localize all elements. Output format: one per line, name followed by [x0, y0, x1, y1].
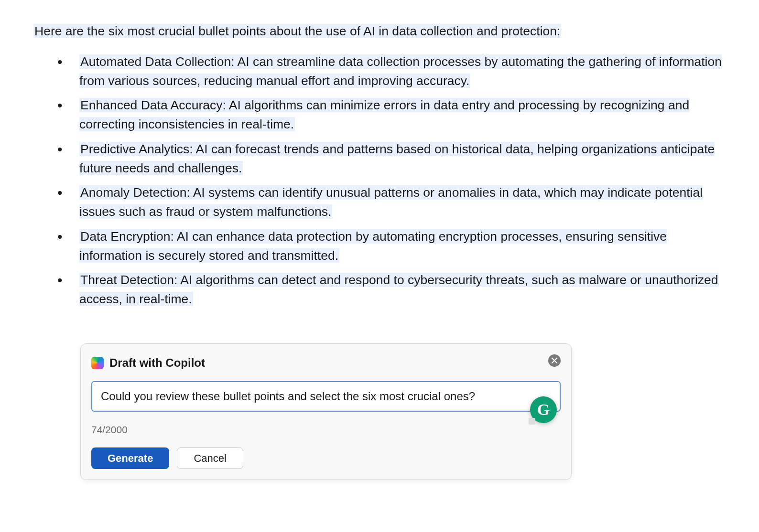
copilot-icon [91, 357, 104, 369]
bullet-text: Data Encryption: AI can enhance data pro… [79, 229, 667, 263]
copilot-header: Draft with Copilot [91, 354, 561, 372]
intro-paragraph[interactable]: Here are the six most crucial bullet poi… [33, 22, 726, 41]
bullet-text: Predictive Analytics: AI can forecast tr… [79, 142, 715, 175]
bullet-text: Enhanced Data Accuracy: AI algorithms ca… [79, 98, 689, 131]
list-item[interactable]: Enhanced Data Accuracy: AI algorithms ca… [57, 96, 726, 134]
close-icon [552, 358, 557, 363]
cancel-button[interactable]: Cancel [177, 447, 243, 469]
grammarly-badge[interactable]: G [530, 396, 557, 423]
list-item[interactable]: Data Encryption: AI can enhance data pro… [57, 227, 726, 266]
list-item[interactable]: Automated Data Collection: AI can stream… [57, 53, 726, 91]
list-item[interactable]: Anomaly Detection: AI systems can identi… [57, 183, 726, 222]
copilot-panel: Draft with Copilot G 74/2000 Generate Ca… [80, 343, 572, 480]
intro-text: Here are the six most crucial bullet poi… [33, 24, 561, 38]
document-content: Here are the six most crucial bullet poi… [33, 22, 726, 480]
bullet-text: Automated Data Collection: AI can stream… [79, 54, 722, 88]
generate-button[interactable]: Generate [91, 447, 169, 469]
char-count: 74/2000 [91, 422, 561, 437]
prompt-input[interactable] [91, 381, 561, 412]
bullet-text: Anomaly Detection: AI systems can identi… [79, 185, 703, 219]
bullet-list: Automated Data Collection: AI can stream… [33, 53, 726, 309]
grammarly-icon: G [537, 397, 550, 422]
bullet-text: Threat Detection: AI algorithms can dete… [79, 273, 718, 306]
copilot-title: Draft with Copilot [109, 354, 205, 372]
close-button[interactable] [548, 354, 561, 367]
list-item[interactable]: Threat Detection: AI algorithms can dete… [57, 271, 726, 309]
list-item[interactable]: Predictive Analytics: AI can forecast tr… [57, 140, 726, 178]
button-row: Generate Cancel [91, 447, 561, 469]
